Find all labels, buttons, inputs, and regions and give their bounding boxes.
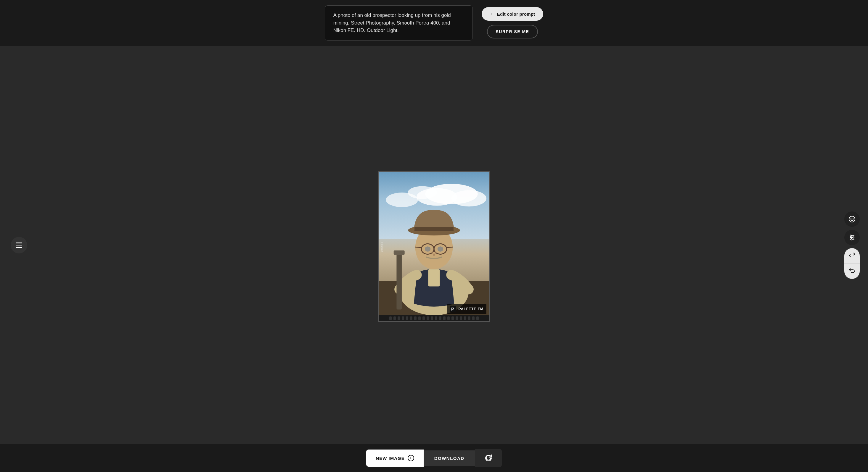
film-number: 20283 bbox=[380, 241, 383, 252]
svg-point-30 bbox=[852, 237, 854, 238]
regenerate-button[interactable] bbox=[475, 449, 502, 467]
film-hole bbox=[389, 316, 392, 320]
film-hole bbox=[476, 316, 479, 320]
regenerate-icon bbox=[485, 454, 492, 462]
person-svg bbox=[379, 194, 489, 321]
film-hole bbox=[394, 316, 396, 320]
palette-button[interactable] bbox=[844, 211, 860, 227]
right-sidebar bbox=[844, 211, 860, 279]
undo-icon bbox=[848, 268, 856, 275]
film-hole bbox=[443, 316, 445, 320]
film-hole bbox=[427, 316, 429, 320]
film-hole bbox=[447, 316, 450, 320]
film-hole bbox=[472, 316, 474, 320]
film-hole bbox=[456, 316, 458, 320]
film-hole bbox=[439, 316, 441, 320]
palette-icon bbox=[848, 215, 856, 223]
svg-point-31 bbox=[851, 238, 852, 240]
redo-button[interactable] bbox=[844, 248, 860, 264]
svg-point-21 bbox=[849, 216, 855, 222]
surprise-label: SURPRISE ME bbox=[496, 29, 529, 34]
prompt-text: A photo of an old prospector looking up … bbox=[333, 12, 451, 33]
edit-color-label: Edit color prompt bbox=[497, 11, 535, 16]
svg-point-23 bbox=[852, 218, 854, 218]
film-hole bbox=[402, 316, 404, 320]
watermark-brand: PALETTE.FM bbox=[459, 307, 484, 311]
sliders-icon bbox=[848, 234, 856, 241]
arrow-left-icon bbox=[490, 11, 495, 16]
film-strip bbox=[379, 315, 489, 321]
menu-button[interactable] bbox=[11, 237, 27, 254]
svg-rect-10 bbox=[414, 227, 454, 231]
left-sidebar bbox=[11, 237, 27, 254]
menu-line-1 bbox=[16, 242, 22, 243]
edit-color-button[interactable]: Edit color prompt bbox=[482, 7, 544, 21]
film-hole bbox=[414, 316, 416, 320]
top-bar: A photo of an old prospector looking up … bbox=[0, 0, 868, 46]
download-button[interactable]: DOWNLOAD bbox=[424, 450, 475, 466]
watermark-letter: P bbox=[450, 306, 456, 312]
svg-rect-19 bbox=[396, 252, 402, 310]
undo-button[interactable] bbox=[844, 264, 860, 279]
film-hole bbox=[452, 316, 454, 320]
new-image-label: NEW IMAGE bbox=[376, 456, 404, 461]
top-buttons: Edit color prompt SURPRISE ME bbox=[482, 7, 544, 38]
main-area: 20283 P PALETTE.FM bbox=[0, 46, 868, 444]
svg-point-17 bbox=[425, 247, 430, 252]
film-hole bbox=[431, 316, 433, 320]
film-hole bbox=[398, 316, 400, 320]
menu-line-2 bbox=[16, 245, 22, 246]
download-label: DOWNLOAD bbox=[434, 456, 464, 461]
svg-point-18 bbox=[438, 247, 443, 252]
redo-undo-group bbox=[844, 248, 860, 279]
photo-area: 20283 P PALETTE.FM bbox=[379, 172, 489, 321]
surprise-me-button[interactable]: SURPRISE ME bbox=[487, 25, 538, 38]
svg-rect-7 bbox=[428, 269, 440, 286]
prompt-box: A photo of an old prospector looking up … bbox=[325, 5, 473, 40]
image-container: 20283 P PALETTE.FM bbox=[378, 171, 490, 322]
film-hole bbox=[460, 316, 462, 320]
svg-line-15 bbox=[415, 247, 421, 248]
redo-icon bbox=[848, 252, 856, 259]
film-hole bbox=[468, 316, 470, 320]
new-image-button[interactable]: NEW IMAGE + bbox=[366, 449, 423, 467]
menu-line-3 bbox=[16, 247, 22, 248]
svg-point-22 bbox=[850, 218, 851, 218]
film-hole bbox=[410, 316, 412, 320]
film-hole bbox=[423, 316, 425, 320]
svg-rect-20 bbox=[394, 250, 405, 255]
film-hole bbox=[418, 316, 421, 320]
film-hole bbox=[406, 316, 408, 320]
film-hole bbox=[435, 316, 437, 320]
svg-point-29 bbox=[850, 235, 852, 236]
sliders-button[interactable] bbox=[844, 230, 860, 245]
bottom-bar: NEW IMAGE + DOWNLOAD bbox=[0, 444, 868, 472]
plus-circle-icon: + bbox=[408, 455, 414, 461]
svg-line-16 bbox=[447, 247, 453, 248]
film-hole bbox=[464, 316, 466, 320]
watermark: P PALETTE.FM bbox=[447, 304, 487, 314]
